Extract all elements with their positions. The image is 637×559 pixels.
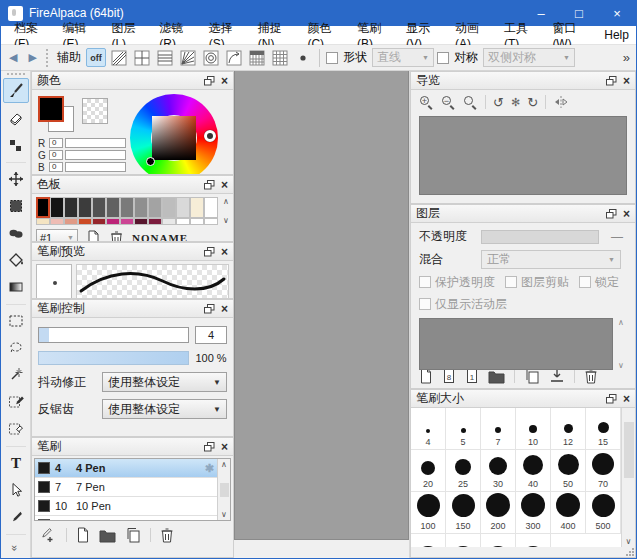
dot-tool[interactable] bbox=[3, 132, 29, 157]
new-brush-icon[interactable] bbox=[76, 527, 90, 543]
antialias-select[interactable]: 使用整体设定▼ bbox=[102, 399, 227, 419]
brush-tool[interactable] bbox=[3, 78, 29, 103]
float-panel-icon[interactable] bbox=[204, 442, 215, 452]
palette-scroll-up-icon[interactable]: ∧ bbox=[223, 197, 229, 206]
brush-size-cell[interactable] bbox=[516, 534, 551, 547]
add-brush-icon[interactable] bbox=[40, 527, 57, 543]
delete-layer-icon[interactable] bbox=[584, 368, 598, 384]
close-panel-icon[interactable]: × bbox=[623, 75, 630, 87]
g-slider[interactable] bbox=[65, 150, 126, 160]
smudge-tool[interactable] bbox=[3, 220, 29, 245]
lock-option[interactable]: 锁定 bbox=[579, 274, 619, 291]
symmetry-checkbox[interactable] bbox=[437, 52, 449, 64]
toolbar-overflow-icon[interactable]: » bbox=[623, 50, 632, 65]
canvas[interactable] bbox=[234, 71, 409, 540]
close-panel-icon[interactable]: × bbox=[623, 393, 630, 405]
layer-folder-icon[interactable] bbox=[488, 369, 505, 384]
close-panel-icon[interactable]: × bbox=[221, 441, 228, 453]
text-tool[interactable]: T bbox=[3, 450, 29, 475]
zoom-fit-icon[interactable] bbox=[463, 95, 478, 110]
delete-brush-icon[interactable] bbox=[160, 527, 174, 543]
brush-size-cell[interactable]: 5 bbox=[446, 408, 481, 450]
menu-item[interactable]: Help bbox=[597, 28, 636, 42]
palette-swatch[interactable] bbox=[36, 197, 50, 218]
foreground-color-swatch[interactable] bbox=[38, 96, 64, 122]
palette-swatch[interactable] bbox=[92, 218, 106, 225]
float-panel-icon[interactable] bbox=[204, 76, 215, 86]
close-panel-icon[interactable]: × bbox=[221, 303, 228, 315]
brush-size-cell[interactable]: 20 bbox=[411, 450, 446, 492]
palette-swatch[interactable] bbox=[162, 218, 176, 225]
brush-opacity-slider[interactable] bbox=[38, 351, 189, 365]
palette-swatch[interactable] bbox=[134, 218, 148, 225]
palette-swatch[interactable] bbox=[190, 197, 204, 218]
select-fill-tool[interactable] bbox=[3, 193, 29, 218]
clipping-option[interactable]: 图层剪贴 bbox=[505, 274, 569, 291]
toolstrip-drag-handle[interactable] bbox=[7, 73, 25, 75]
palette-swatch[interactable] bbox=[148, 197, 162, 218]
palette-swatch[interactable] bbox=[50, 218, 64, 225]
brush-list-item[interactable]: 10 10 Pen bbox=[35, 497, 217, 516]
clipping-checkbox[interactable] bbox=[505, 276, 517, 288]
brush-size-cell[interactable]: 70 bbox=[586, 450, 621, 492]
palette-swatch[interactable] bbox=[120, 218, 134, 225]
pointer-tool[interactable] bbox=[3, 477, 29, 502]
palette-swatch[interactable] bbox=[162, 197, 176, 218]
brush-size-cell[interactable]: 400 bbox=[551, 492, 586, 534]
palette-swatch[interactable] bbox=[190, 218, 204, 225]
brush-size-cell[interactable]: 40 bbox=[516, 450, 551, 492]
select-pen-tool[interactable] bbox=[3, 389, 29, 414]
snap-grid-icon[interactable] bbox=[270, 48, 290, 67]
sv-marker[interactable] bbox=[146, 157, 155, 166]
close-panel-icon[interactable]: × bbox=[221, 246, 228, 258]
delete-palette-icon[interactable] bbox=[109, 230, 124, 243]
b-slider[interactable] bbox=[65, 162, 126, 172]
move-tool[interactable] bbox=[3, 166, 29, 191]
float-panel-icon[interactable] bbox=[606, 76, 617, 86]
snap-horizontal-icon[interactable] bbox=[155, 48, 175, 67]
palette-swatch[interactable] bbox=[204, 218, 218, 225]
snap-settings-dot-icon[interactable] bbox=[293, 48, 313, 67]
snap-curve-icon[interactable] bbox=[224, 48, 244, 67]
rect-select-tool[interactable] bbox=[3, 308, 29, 333]
lock-checkbox[interactable] bbox=[579, 276, 591, 288]
resize-grip[interactable] bbox=[625, 547, 634, 556]
brush-folder-icon[interactable] bbox=[99, 528, 116, 543]
palette-swatch[interactable] bbox=[106, 218, 120, 225]
show-active-only-checkbox[interactable] bbox=[419, 298, 431, 310]
show-active-only-option[interactable]: 仅显示活动层 bbox=[419, 296, 507, 313]
palette-swatch[interactable] bbox=[64, 197, 78, 218]
snap-parallel-icon[interactable] bbox=[109, 48, 129, 67]
magic-wand-tool[interactable] bbox=[3, 362, 29, 387]
close-panel-icon[interactable]: × bbox=[221, 75, 228, 87]
brush-list-item[interactable]: 4 4 Pen ✱ bbox=[35, 459, 217, 478]
brush-size-cell[interactable]: 100 bbox=[411, 492, 446, 534]
select-eraser-tool[interactable] bbox=[3, 416, 29, 441]
pen-tool[interactable] bbox=[3, 504, 29, 529]
brush-size-cell[interactable]: 500 bbox=[586, 492, 621, 534]
float-panel-icon[interactable] bbox=[204, 247, 215, 257]
palette-swatch[interactable] bbox=[120, 197, 134, 218]
palette-swatch[interactable] bbox=[106, 197, 120, 218]
new-palette-icon[interactable] bbox=[86, 230, 101, 243]
palette-set-select[interactable]: #1▼ bbox=[36, 229, 78, 242]
reset-rotation-icon[interactable]: ✻ bbox=[511, 96, 520, 109]
palette-swatch[interactable] bbox=[78, 218, 92, 225]
redo-icon[interactable]: ▶ bbox=[24, 51, 40, 64]
scroll-down-icon[interactable]: ∨ bbox=[626, 537, 632, 546]
symmetry-select[interactable]: 双侧对称▼ bbox=[483, 48, 575, 67]
close-panel-icon[interactable]: × bbox=[221, 179, 228, 191]
palette-swatch[interactable] bbox=[176, 197, 190, 218]
snap-vanishing-point-icon[interactable] bbox=[178, 48, 198, 67]
palette-swatch[interactable] bbox=[92, 197, 106, 218]
float-panel-icon[interactable] bbox=[606, 394, 617, 404]
new-1bit-layer-icon[interactable]: 1 bbox=[465, 368, 479, 384]
brush-size-scrollbar[interactable]: ∨ bbox=[621, 408, 635, 547]
layer-scroll-down-icon[interactable]: ∨ bbox=[618, 361, 624, 370]
float-panel-icon[interactable] bbox=[204, 180, 215, 190]
brush-size-cell[interactable] bbox=[446, 534, 481, 547]
float-panel-icon[interactable] bbox=[606, 209, 617, 219]
layer-scroll-up-icon[interactable]: ∧ bbox=[618, 318, 624, 327]
brush-size-cell[interactable]: 300 bbox=[516, 492, 551, 534]
palette-swatch[interactable] bbox=[148, 218, 162, 225]
